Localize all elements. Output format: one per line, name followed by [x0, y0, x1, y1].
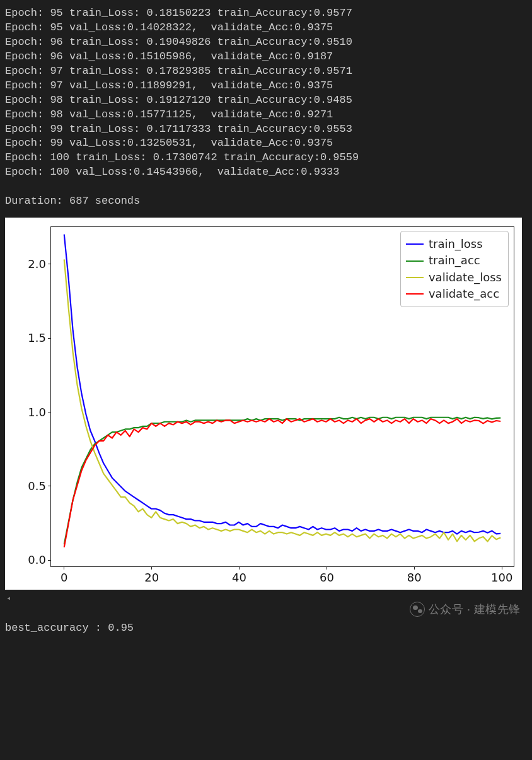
log-line: Epoch: 97 val_Loss:0.11899291, validate_… [5, 79, 527, 93]
legend-swatch [406, 293, 424, 295]
plot-area: train_losstrain_accvalidate_lossvalidate… [50, 226, 514, 567]
legend-entry: train_loss [406, 237, 502, 252]
log-line: Epoch: 95 train_Loss: 0.18150223 train_A… [5, 6, 527, 21]
legend-swatch [406, 277, 424, 278]
legend-swatch [406, 243, 424, 245]
duration-line: Duration: 687 seconds [5, 194, 527, 209]
output-container: Epoch: 95 train_Loss: 0.18150223 train_A… [0, 0, 532, 643]
training-chart: train_losstrain_accvalidate_lossvalidate… [5, 218, 522, 590]
legend-label: train_acc [429, 253, 480, 268]
series-validate_acc [64, 419, 500, 547]
log-line: Epoch: 98 val_Loss:0.15771125, validate_… [5, 108, 527, 122]
log-line: Epoch: 96 train_Loss: 0.19049826 train_A… [5, 35, 527, 50]
log-line: Epoch: 96 val_Loss:0.15105986, validate_… [5, 50, 527, 64]
log-line: Epoch: 100 train_Loss: 0.17300742 train_… [5, 151, 527, 165]
legend-label: train_loss [429, 237, 483, 252]
chart-legend: train_losstrain_accvalidate_lossvalidate… [400, 231, 509, 307]
legend-swatch [406, 260, 424, 262]
wechat-icon [410, 602, 425, 617]
training-log: Epoch: 95 train_Loss: 0.18150223 train_A… [5, 6, 527, 180]
legend-entry: validate_loss [406, 270, 502, 285]
log-line: Epoch: 100 val_Loss:0.14543966, validate… [5, 165, 527, 180]
legend-label: validate_loss [429, 270, 502, 285]
log-line: Epoch: 99 val_Loss:0.13250531, validate_… [5, 136, 527, 151]
log-line: Epoch: 98 train_Loss: 0.19127120 train_A… [5, 93, 527, 108]
legend-entry: validate_acc [406, 286, 502, 301]
wechat-text: 公众号 · 建模先锋 [429, 602, 521, 617]
legend-label: validate_acc [429, 286, 499, 301]
log-line: Epoch: 95 val_Loss:0.14028322, validate_… [5, 21, 527, 35]
legend-entry: train_acc [406, 253, 502, 268]
wechat-watermark: 公众号 · 建模先锋 [410, 602, 521, 617]
log-line: Epoch: 97 train_Loss: 0.17829385 train_A… [5, 64, 527, 79]
log-line: Epoch: 99 train_Loss: 0.17117333 train_A… [5, 122, 527, 137]
